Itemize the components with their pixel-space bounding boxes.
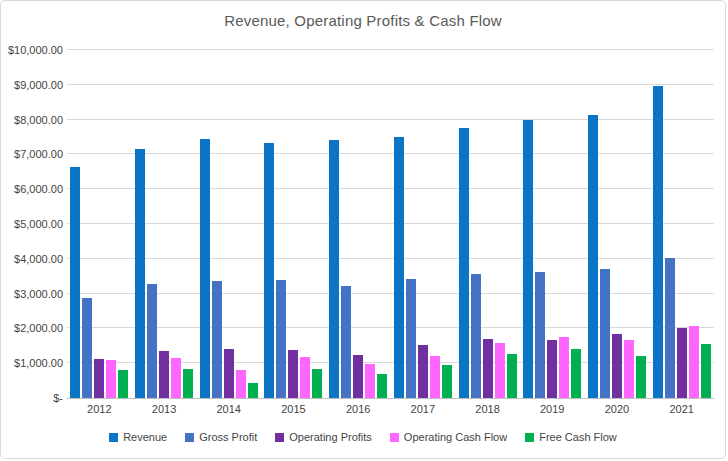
y-tick-label: $4,000.00: [14, 253, 63, 265]
legend-label: Operating Profits: [289, 431, 372, 443]
bar-operating-profits-2018: [483, 339, 493, 398]
y-tick-label: $5,000.00: [14, 218, 63, 230]
bar-operating-cash-flow-2020: [624, 340, 634, 398]
x-tick-label-2013: 2013: [132, 403, 197, 415]
x-tick-label-2019: 2019: [520, 403, 585, 415]
legend-item-operating-cash-flow: Operating Cash Flow: [390, 431, 507, 443]
bar-operating-profits-2014: [224, 349, 234, 398]
bar-operating-cash-flow-2021: [689, 326, 699, 398]
bar-gross-profit-2017: [406, 279, 416, 398]
bar-free-cash-flow-2020: [636, 356, 646, 398]
bar-revenue-2013: [135, 149, 145, 398]
bar-group-2020: [585, 50, 650, 398]
bar-operating-cash-flow-2019: [559, 337, 569, 398]
bar-operating-cash-flow-2014: [236, 370, 246, 398]
bar-free-cash-flow-2015: [312, 369, 322, 398]
chart-frame: Revenue, Operating Profits & Cash Flow $…: [0, 0, 726, 459]
bar-gross-profit-2018: [471, 274, 481, 398]
y-tick-label: $10,000.00: [8, 44, 63, 56]
bar-free-cash-flow-2017: [442, 365, 452, 398]
bar-group-2016: [326, 50, 391, 398]
bar-operating-cash-flow-2017: [430, 356, 440, 398]
x-tick-label-2021: 2021: [649, 403, 714, 415]
bar-revenue-2015: [264, 143, 274, 398]
bar-group-2019: [520, 50, 585, 398]
bar-operating-cash-flow-2012: [106, 360, 116, 398]
bar-operating-profits-2016: [353, 355, 363, 398]
y-tick-label: $8,000.00: [14, 114, 63, 126]
bar-gross-profit-2020: [600, 269, 610, 398]
bar-gross-profit-2021: [665, 258, 675, 398]
bar-revenue-2021: [653, 86, 663, 398]
legend-label: Gross Profit: [199, 431, 257, 443]
legend-item-gross-profit: Gross Profit: [185, 431, 257, 443]
bar-revenue-2019: [523, 120, 533, 398]
legend-label: Revenue: [123, 431, 167, 443]
bar-gross-profit-2015: [276, 280, 286, 398]
bar-operating-cash-flow-2018: [495, 343, 505, 398]
y-tick-label: $9,000.00: [14, 79, 63, 91]
x-tick-label-2014: 2014: [196, 403, 261, 415]
bar-free-cash-flow-2016: [377, 374, 387, 398]
legend-marker-icon: [185, 433, 194, 442]
bar-operating-profits-2020: [612, 334, 622, 398]
y-tick-label: $1,000.00: [14, 357, 63, 369]
legend-item-revenue: Revenue: [109, 431, 167, 443]
bar-operating-profits-2012: [94, 359, 104, 398]
bar-gross-profit-2019: [535, 272, 545, 398]
bar-group-2017: [391, 50, 456, 398]
y-axis-labels: $-$1,000.00$2,000.00$3,000.00$4,000.00$5…: [1, 50, 63, 398]
y-tick-label: $7,000.00: [14, 148, 63, 160]
y-tick-label: $3,000.00: [14, 288, 63, 300]
bar-gross-profit-2012: [82, 298, 92, 398]
bar-revenue-2012: [70, 167, 80, 398]
y-tick-label: $6,000.00: [14, 183, 63, 195]
bar-revenue-2016: [329, 140, 339, 398]
bar-group-2013: [132, 50, 197, 398]
bar-group-2015: [261, 50, 326, 398]
legend-item-operating-profits: Operating Profits: [275, 431, 372, 443]
plot-area: [67, 50, 714, 398]
chart-title: Revenue, Operating Profits & Cash Flow: [1, 12, 725, 29]
bar-operating-profits-2013: [159, 351, 169, 398]
legend-label: Free Cash Flow: [539, 431, 617, 443]
bar-operating-cash-flow-2015: [300, 357, 310, 398]
y-tick-label: $-: [53, 392, 63, 404]
y-tick-label: $2,000.00: [14, 322, 63, 334]
bar-operating-profits-2017: [418, 345, 428, 398]
legend-item-free-cash-flow: Free Cash Flow: [525, 431, 617, 443]
bar-operating-cash-flow-2016: [365, 364, 375, 398]
bar-free-cash-flow-2019: [571, 349, 581, 398]
x-tick-label-2016: 2016: [326, 403, 391, 415]
bar-free-cash-flow-2012: [118, 370, 128, 398]
bar-operating-profits-2015: [288, 350, 298, 398]
bar-operating-profits-2019: [547, 340, 557, 398]
x-tick-label-2012: 2012: [67, 403, 132, 415]
bar-group-2018: [455, 50, 520, 398]
bar-revenue-2017: [394, 137, 404, 398]
bar-group-2014: [196, 50, 261, 398]
x-tick-label-2020: 2020: [585, 403, 650, 415]
bar-gross-profit-2014: [212, 281, 222, 398]
x-tick-label-2017: 2017: [391, 403, 456, 415]
bar-free-cash-flow-2018: [507, 354, 517, 398]
x-tick-label-2018: 2018: [455, 403, 520, 415]
legend-marker-icon: [390, 433, 399, 442]
legend-label: Operating Cash Flow: [404, 431, 507, 443]
x-tick-label-2015: 2015: [261, 403, 326, 415]
bar-group-2012: [67, 50, 132, 398]
legend-marker-icon: [275, 433, 284, 442]
bar-gross-profit-2013: [147, 284, 157, 398]
bar-revenue-2020: [588, 115, 598, 398]
legend-marker-icon: [109, 433, 118, 442]
x-axis-line: [67, 398, 714, 399]
bar-operating-cash-flow-2013: [171, 358, 181, 398]
bar-gross-profit-2016: [341, 286, 351, 398]
bar-operating-profits-2021: [677, 328, 687, 398]
legend: RevenueGross ProfitOperating ProfitsOper…: [1, 431, 725, 443]
bar-revenue-2014: [200, 139, 210, 398]
bar-free-cash-flow-2021: [701, 344, 711, 398]
bar-group-2021: [649, 50, 714, 398]
bar-free-cash-flow-2013: [183, 369, 193, 398]
legend-marker-icon: [525, 433, 534, 442]
